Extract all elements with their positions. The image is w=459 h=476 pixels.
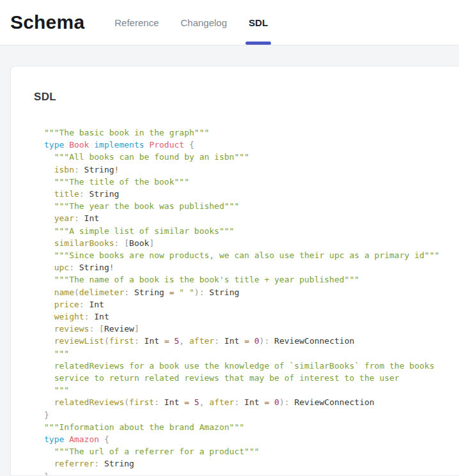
code-token-punc: ( xyxy=(74,288,79,297)
code-token-plain xyxy=(184,140,189,150)
tab-reference[interactable]: Reference xyxy=(111,0,162,45)
code-token-plain xyxy=(44,447,54,456)
code-token-plain xyxy=(44,385,54,395)
code-line: type Amazon { xyxy=(44,433,459,445)
code-line: type Book implements Product { xyxy=(44,139,459,151)
code-token-plain: Int xyxy=(239,397,264,407)
code-line: weight: Int xyxy=(44,311,459,323)
code-token-plain xyxy=(44,312,54,321)
code-token-str: """The year the book was published""" xyxy=(54,201,240,211)
code-line: upc: String! xyxy=(44,261,459,273)
code-token-plain: Int xyxy=(159,397,184,407)
code-token-plain: Int xyxy=(139,336,164,346)
code-token-punc: ): xyxy=(194,288,205,297)
code-token-attr: title xyxy=(54,189,79,199)
code-token-punc: [ xyxy=(124,238,129,248)
code-token-plain xyxy=(44,189,54,199)
code-token-plain: Int xyxy=(79,213,99,223)
code-token-punc: ] xyxy=(149,238,154,248)
code-token-op: = xyxy=(184,397,189,407)
code-token-punc: ( xyxy=(124,397,129,407)
code-token-punc: : xyxy=(214,336,219,346)
code-token-attr: similarBooks xyxy=(54,238,114,248)
code-token-attr: isbn xyxy=(54,165,74,174)
code-token-op: ! xyxy=(109,263,114,272)
content-area: SDL """The basic book in the graph"""typ… xyxy=(0,45,459,476)
code-line: relatedReviews(first: Int = 5, after: In… xyxy=(44,396,459,408)
code-token-punc: : xyxy=(79,300,84,309)
code-token-plain xyxy=(44,201,54,211)
code-token-str: """All books can be found by an isbn""" xyxy=(54,152,249,162)
code-token-plain xyxy=(99,434,104,444)
code-token-punc: : xyxy=(154,397,159,407)
code-token-plain: String xyxy=(74,263,109,272)
code-token-plain: String xyxy=(84,189,120,199)
code-token-attr: reviews xyxy=(54,324,89,334)
code-line: """A simple list of similar books""" xyxy=(44,225,459,237)
code-token-plain xyxy=(44,165,54,174)
code-token-op: = xyxy=(244,336,249,346)
code-token-attr: first xyxy=(109,336,134,346)
code-token-plain xyxy=(44,238,54,248)
code-token-str: """The basic book in the graph""" xyxy=(44,128,209,137)
code-token-plain xyxy=(44,336,54,346)
code-token-plain: String xyxy=(205,288,240,297)
code-token-attr: after xyxy=(209,397,234,407)
code-token-punc: : xyxy=(134,336,139,346)
code-line: isbn: String! xyxy=(44,164,459,176)
code-token-plain xyxy=(169,336,175,346)
code-token-plain: Int xyxy=(89,312,109,321)
code-token-punc: ): xyxy=(260,336,270,346)
code-line: service to return related reviews that m… xyxy=(44,372,459,384)
code-token-plain xyxy=(44,373,54,383)
code-line: """The url of a referrer for a product""… xyxy=(44,445,459,457)
code-token-attr: after xyxy=(189,336,214,346)
code-token-num: 0 xyxy=(274,397,279,407)
code-line: year: Int xyxy=(44,212,459,224)
code-token-punc: { xyxy=(104,434,109,444)
code-token-str: """The name of a book is the book's titl… xyxy=(54,275,359,284)
code-token-plain xyxy=(44,152,54,162)
code-token-str: " " xyxy=(179,288,194,297)
code-token-punc: ] xyxy=(134,324,139,334)
code-token-punc: : xyxy=(69,263,74,272)
code-line: """Since books are now products, we can … xyxy=(44,249,459,261)
code-token-plain xyxy=(249,336,254,346)
code-token-plain: ReviewConnection xyxy=(269,336,354,346)
tab-changelog[interactable]: Changelog xyxy=(177,0,230,45)
code-token-attr: name xyxy=(54,288,74,297)
sdl-card: SDL """The basic book in the graph"""typ… xyxy=(10,66,459,476)
code-token-str: """Information about the brand Amazon""" xyxy=(44,422,244,432)
code-line: referrer: String xyxy=(44,457,459,470)
code-token-plain: String xyxy=(129,288,169,297)
code-token-attr: reviewList xyxy=(54,336,104,346)
code-token-plain xyxy=(44,324,54,334)
code-line: relatedReviews for a book use the knowle… xyxy=(44,360,459,372)
code-token-plain xyxy=(64,140,69,150)
code-token-plain xyxy=(44,361,54,371)
code-token-str: relatedReviews for a book use the knowle… xyxy=(54,361,435,371)
code-token-op: ! xyxy=(114,165,120,174)
code-line: } xyxy=(44,470,459,476)
code-token-plain: Int xyxy=(219,336,244,346)
code-line: """ xyxy=(44,348,459,360)
code-token-attr: year xyxy=(54,213,74,223)
code-token-punc: ( xyxy=(104,336,109,346)
code-line: reviewList(first: Int = 5, after: Int = … xyxy=(44,335,459,347)
code-token-str: """Since books are now products, we can … xyxy=(54,250,440,260)
code-line: title: String xyxy=(44,188,459,200)
code-token-str: """A simple list of similar books""" xyxy=(54,226,235,236)
code-line: reviews: [Review] xyxy=(44,323,459,335)
tab-sdl[interactable]: SDL xyxy=(245,0,271,45)
code-token-plain: String xyxy=(79,165,114,174)
code-token-punc: { xyxy=(189,140,194,150)
code-token-plain xyxy=(44,300,54,309)
code-token-plain xyxy=(44,177,54,187)
code-line: """The title of the book""" xyxy=(44,176,459,188)
code-token-punc: , xyxy=(179,336,184,346)
code-token-plain xyxy=(44,250,54,260)
code-line: """ xyxy=(44,384,459,396)
code-token-attr: upc xyxy=(54,263,69,272)
code-token-punc: [ xyxy=(99,324,104,334)
code-token-plain xyxy=(44,288,54,297)
